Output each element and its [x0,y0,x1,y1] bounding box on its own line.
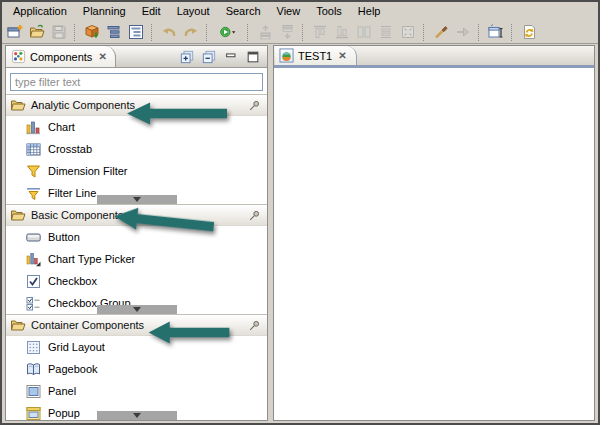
move-up-icon [254,22,276,42]
menu-tools[interactable]: Tools [308,3,350,20]
checkbox-group-icon [26,296,41,311]
popup-icon [26,406,41,421]
palette-item-crosstab[interactable]: Crosstab [6,138,267,160]
menu-layout[interactable]: Layout [169,3,218,20]
align-bottom-icon [331,22,353,42]
editor-area: TEST1 [273,45,595,421]
close-icon[interactable] [96,51,106,62]
menu-bar: Application Planning Edit Layout Search … [2,2,598,21]
menu-search[interactable]: Search [218,3,269,20]
workbench-area: Components [2,44,598,423]
palette-item-label: Filter Line [48,187,96,199]
close-icon[interactable] [336,50,346,61]
palette-item-panel[interactable]: Panel [6,380,267,402]
crosstab-icon [26,142,41,157]
palette-item-label: Popup [48,407,80,419]
components-palette-icon [11,49,26,64]
folder-open-icon [10,98,26,112]
menu-edit[interactable]: Edit [134,3,169,20]
scroll-down-button[interactable] [97,195,177,204]
editor-tabstrip: TEST1 [274,46,594,68]
palette-item-label: Grid Layout [48,341,105,353]
palette-item-chart-type-picker[interactable]: Chart Type Picker [6,248,267,270]
palette-item-label: Chart Type Picker [48,253,135,265]
palette-item-chart[interactable]: Chart [6,116,267,138]
editor-tab-label: TEST1 [298,50,332,62]
execute-icon[interactable] [213,22,243,42]
panel-icon [26,384,41,399]
components-palette-body: Analytic Components Chart Crosstab [6,68,267,420]
minimize-icon[interactable] [223,49,238,64]
move-down-icon [276,22,298,42]
editor-tab-test1[interactable]: TEST1 [275,46,357,65]
palette-item-label: Crosstab [48,143,92,155]
section-label: Analytic Components [31,99,135,111]
filter-line-icon [26,186,41,201]
redo-icon[interactable] [180,22,202,42]
refresh-icon[interactable] [518,22,540,42]
palette-item-label: Pagebook [48,363,98,375]
scroll-down-button[interactable] [97,305,177,314]
pagebook-icon [26,362,41,377]
menu-view[interactable]: View [269,3,309,20]
undo-icon[interactable] [158,22,180,42]
folder-open-icon [10,208,26,222]
toolbar-separator [151,24,155,41]
palette-item-checkbox[interactable]: Checkbox [6,270,267,292]
save-icon [48,22,70,42]
menu-planning[interactable]: Planning [75,3,134,20]
folder-open-icon [10,318,26,332]
chart-icon [26,120,41,135]
palette-item-label: Dimension Filter [48,165,127,177]
filter-input[interactable] [10,73,263,91]
outline-icon[interactable] [103,22,125,42]
new-application-icon[interactable] [4,22,26,42]
components-view-tabstrip: Components [6,46,267,68]
pin-icon[interactable] [248,99,261,112]
palette-item-label: Checkbox [48,275,97,287]
section-analytic-components: Analytic Components Chart Crosstab [6,94,267,204]
open-folder-icon[interactable] [26,22,48,42]
pin-icon[interactable] [248,319,261,332]
main-toolbar [2,21,598,44]
palette-item-pagebook[interactable]: Pagebook [6,358,267,380]
pin-icon[interactable] [248,209,261,222]
palette-item-dimension-filter[interactable]: Dimension Filter [6,160,267,182]
maximize-icon[interactable] [245,49,260,64]
section-header-analytic-components[interactable]: Analytic Components [6,94,267,116]
components-view: Components [5,45,268,421]
maximize-frame-icon [397,22,419,42]
editor-canvas[interactable] [274,68,594,420]
collapse-all-icon[interactable] [201,49,216,64]
scroll-down-button[interactable] [97,411,177,420]
distribute-icon [375,22,397,42]
outline-box-icon[interactable] [125,22,147,42]
checkbox-icon [26,274,41,289]
chart-type-picker-icon [26,252,41,267]
components-view-toolbar [179,46,267,67]
palette-item-label: Chart [48,121,75,133]
toolbar-separator [247,24,251,41]
rename-icon[interactable] [485,22,507,42]
toolbar-separator [302,24,306,41]
match-size-icon [353,22,375,42]
application-window: Application Planning Edit Layout Search … [0,0,600,425]
palette-item-grid-layout[interactable]: Grid Layout [6,336,267,358]
section-header-basic-components[interactable]: Basic Components [6,204,267,226]
grid-layout-icon [26,340,41,355]
palette-item-button[interactable]: Button [6,226,267,248]
components-view-tab[interactable]: Components [6,46,116,67]
palette-item-label: Button [48,231,80,243]
expand-all-icon[interactable] [179,49,194,64]
toolbar-separator [74,24,78,41]
section-header-container-components[interactable]: Container Components [6,314,267,336]
package-icon[interactable] [81,22,103,42]
section-label: Basic Components [31,209,123,221]
section-label: Container Components [31,319,144,331]
menu-help[interactable]: Help [350,3,389,20]
section-basic-components: Basic Components Button Chart Type Picke… [6,204,267,314]
paintbrush-icon[interactable] [430,22,452,42]
menu-application[interactable]: Application [5,3,75,20]
toolbar-separator [423,24,427,41]
components-view-tab-label: Components [30,51,92,63]
